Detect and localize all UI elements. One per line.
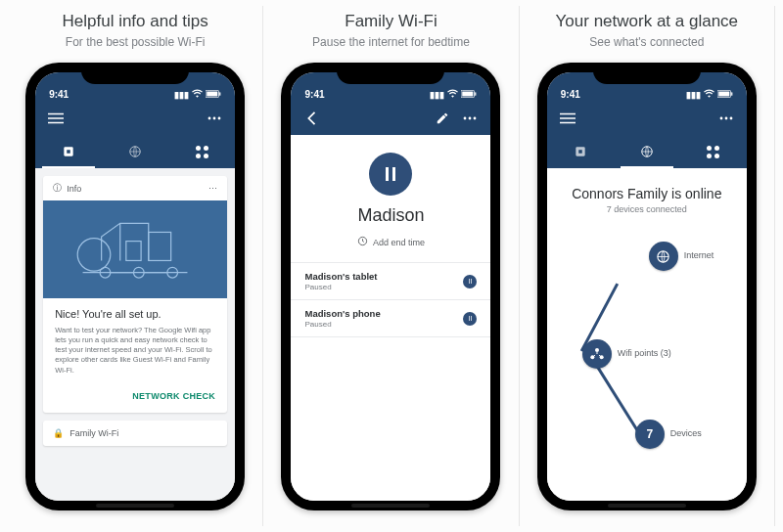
battery-icon — [206, 90, 221, 100]
device-row[interactable]: Madison's phone Paused II — [291, 299, 490, 337]
screen-content[interactable]: ⓘ Info ⋯ — [35, 168, 235, 501]
svg-point-30 — [729, 117, 732, 120]
svg-point-22 — [469, 117, 472, 120]
phone-frame: 9:41 ▮▮▮ — [281, 63, 500, 510]
panel-helpful-info: Helpful info and tips For the best possi… — [8, 6, 263, 526]
home-indicator — [96, 504, 174, 508]
edit-icon[interactable] — [434, 110, 451, 127]
network-check-button[interactable]: NETWORK CHECK — [132, 391, 215, 401]
phone-screen: 9:41 ▮▮▮ — [291, 72, 490, 501]
svg-point-35 — [595, 348, 599, 352]
device-pause-badge[interactable]: II — [463, 312, 477, 326]
svg-rect-2 — [219, 92, 220, 96]
device-pause-badge[interactable]: II — [463, 275, 477, 288]
tab-bar — [35, 135, 235, 168]
node-devices-label: Devices — [670, 428, 702, 438]
add-end-time-button[interactable]: Add end time — [357, 236, 425, 248]
tab-home[interactable] — [547, 135, 614, 168]
svg-point-29 — [724, 117, 727, 120]
node-points-label: Wifi points (3) — [618, 348, 671, 358]
grid-icon — [196, 146, 208, 158]
svg-rect-10 — [126, 242, 141, 261]
device-row[interactable]: Madison's tablet Paused II — [291, 262, 490, 299]
svg-rect-9 — [149, 232, 171, 260]
grid-icon — [707, 146, 719, 158]
app-bar — [291, 102, 490, 135]
home-indicator — [608, 504, 686, 508]
svg-rect-7 — [67, 150, 70, 154]
signal-icon: ▮▮▮ — [686, 90, 701, 100]
menu-icon[interactable] — [47, 110, 65, 127]
topology-edge — [595, 364, 643, 438]
info-label: Info — [67, 184, 81, 194]
tab-bar — [547, 135, 747, 168]
card-overflow-icon[interactable]: ⋯ — [208, 184, 217, 194]
tab-network[interactable] — [102, 135, 168, 168]
profile-name: Madison — [357, 205, 424, 226]
device-status: Paused — [304, 283, 377, 291]
tab-network[interactable] — [614, 135, 680, 168]
panel-title: Family Wi-Fi — [345, 12, 437, 31]
panel-family-wifi: Family Wi-Fi Pause the internet for bedt… — [263, 6, 519, 526]
panel-subtitle: For the best possible Wi-Fi — [66, 35, 206, 49]
status-time: 9:41 — [304, 89, 324, 100]
device-status: Paused — [304, 320, 380, 329]
app-bar — [35, 102, 235, 135]
network-topology: Internet Wifi points (3) 7 Devices — [547, 214, 747, 501]
screen-content[interactable]: Madison Add end time Madison's tablet Pa… — [291, 135, 490, 501]
add-end-time-label: Add end time — [373, 238, 425, 247]
family-wifi-card[interactable]: 🔒 Family Wi-Fi — [43, 421, 227, 446]
network-subtext: 7 devices connected — [607, 204, 687, 214]
menu-icon[interactable] — [559, 110, 576, 127]
status-indicators: ▮▮▮ — [174, 89, 221, 100]
node-wifi-points[interactable] — [582, 339, 612, 369]
app-bar — [547, 102, 747, 135]
tab-home[interactable] — [35, 135, 102, 168]
family-wifi-label: Family Wi-Fi — [69, 428, 118, 438]
svg-rect-26 — [718, 91, 729, 96]
wifi-icon — [447, 89, 458, 100]
card-text: Want to test your network? The Google Wi… — [55, 326, 215, 376]
screen-content[interactable]: Connors Family is online 7 devices conne… — [547, 168, 747, 501]
tab-grid[interactable] — [680, 135, 747, 168]
back-icon[interactable] — [302, 110, 320, 127]
signal-icon: ▮▮▮ — [174, 90, 189, 100]
device-list: Madison's tablet Paused II Madison's pho… — [291, 262, 490, 337]
phone-notch — [337, 63, 444, 84]
status-indicators: ▮▮▮ — [686, 89, 733, 100]
wifi-icon — [192, 89, 203, 100]
node-devices[interactable]: 7 — [635, 420, 665, 449]
svg-point-11 — [77, 239, 111, 272]
clock-icon — [357, 236, 368, 248]
device-name: Madison's phone — [304, 308, 380, 319]
card-illustration — [43, 200, 227, 298]
network-headline: Connors Family is online — [572, 186, 721, 201]
battery-icon — [461, 90, 477, 100]
svg-point-23 — [474, 117, 477, 120]
node-internet-label: Internet — [684, 250, 714, 260]
device-name: Madison's tablet — [304, 271, 377, 282]
pause-toggle-button[interactable] — [369, 153, 412, 196]
svg-point-28 — [719, 117, 722, 120]
phone-screen: 9:41 ▮▮▮ — [35, 72, 235, 501]
svg-rect-32 — [578, 150, 582, 154]
phone-notch — [81, 63, 189, 84]
svg-rect-1 — [207, 91, 217, 96]
panel-title: Your network at a glance — [556, 12, 739, 31]
node-internet[interactable] — [649, 242, 678, 271]
battery-icon — [717, 90, 733, 100]
overflow-icon[interactable] — [206, 110, 223, 127]
wifi-icon — [704, 89, 714, 100]
tab-grid[interactable] — [168, 135, 235, 168]
overflow-icon[interactable] — [461, 110, 479, 127]
svg-point-3 — [208, 117, 211, 120]
panel-subtitle: Pause the internet for bedtime — [312, 35, 470, 49]
info-icon: ⓘ — [53, 182, 62, 195]
phone-frame: 9:41 ▮▮▮ — [25, 63, 245, 510]
phone-screen: 9:41 ▮▮▮ — [547, 72, 747, 501]
node-devices-count: 7 — [646, 427, 653, 441]
status-indicators: ▮▮▮ — [430, 89, 477, 100]
svg-point-5 — [218, 117, 221, 120]
overflow-icon[interactable] — [717, 110, 735, 127]
home-indicator — [351, 504, 430, 508]
